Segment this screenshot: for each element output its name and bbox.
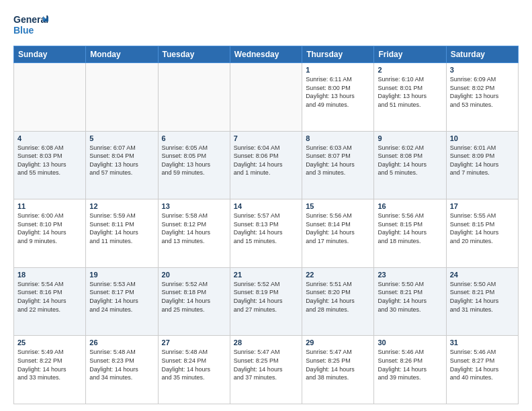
calendar-day-cell: 8Sunrise: 6:03 AMSunset: 8:07 PMDaylight…: [302, 131, 374, 199]
day-number: 8: [306, 134, 370, 142]
header: General Blue: [13, 11, 519, 40]
day-info: Sunrise: 5:56 AMSunset: 8:14 PMDaylight:…: [306, 212, 370, 245]
day-info: Sunrise: 5:57 AMSunset: 8:13 PMDaylight:…: [234, 212, 298, 245]
page: General Blue SundayMondayTuesdayWednesda…: [0, 0, 532, 411]
day-number: 5: [89, 134, 154, 142]
day-number: 23: [378, 271, 442, 279]
day-info: Sunrise: 5:47 AMSunset: 8:25 PMDaylight:…: [306, 348, 370, 381]
calendar-day-cell: 10Sunrise: 6:01 AMSunset: 8:09 PMDayligh…: [446, 131, 518, 199]
calendar-day-cell: 24Sunrise: 5:50 AMSunset: 8:21 PMDayligh…: [446, 267, 518, 336]
calendar-day-cell: [86, 63, 158, 132]
day-info: Sunrise: 5:46 AMSunset: 8:26 PMDaylight:…: [378, 348, 442, 381]
calendar-day-cell: 19Sunrise: 5:53 AMSunset: 8:17 PMDayligh…: [86, 267, 158, 336]
day-number: 2: [378, 66, 442, 74]
calendar-day-cell: 15Sunrise: 5:56 AMSunset: 8:14 PMDayligh…: [302, 199, 374, 268]
calendar-week-row: 18Sunrise: 5:54 AMSunset: 8:16 PMDayligh…: [14, 267, 519, 336]
svg-text:Blue: Blue: [13, 25, 34, 36]
day-info: Sunrise: 5:47 AMSunset: 8:25 PMDaylight:…: [234, 348, 298, 381]
day-number: 28: [234, 338, 298, 347]
day-number: 12: [89, 202, 154, 210]
calendar-day-header: Thursday: [302, 46, 374, 63]
calendar-day-cell: 14Sunrise: 5:57 AMSunset: 8:13 PMDayligh…: [230, 199, 302, 268]
calendar-day-cell: 1Sunrise: 6:11 AMSunset: 8:00 PMDaylight…: [302, 63, 374, 132]
day-info: Sunrise: 6:04 AMSunset: 8:06 PMDaylight:…: [234, 144, 298, 177]
day-info: Sunrise: 6:07 AMSunset: 8:04 PMDaylight:…: [89, 144, 154, 177]
calendar-day-cell: 27Sunrise: 5:48 AMSunset: 8:24 PMDayligh…: [158, 336, 230, 404]
logo: General Blue: [13, 11, 48, 40]
day-number: 6: [162, 134, 226, 142]
calendar-day-header: Monday: [86, 46, 158, 63]
day-number: 16: [378, 202, 442, 210]
day-number: 4: [17, 134, 82, 142]
day-info: Sunrise: 5:53 AMSunset: 8:17 PMDaylight:…: [89, 280, 154, 314]
day-number: 3: [450, 66, 515, 74]
calendar-day-cell: 28Sunrise: 5:47 AMSunset: 8:25 PMDayligh…: [230, 336, 302, 404]
calendar-week-row: 25Sunrise: 5:49 AMSunset: 8:22 PMDayligh…: [14, 336, 519, 404]
calendar-day-cell: 7Sunrise: 6:04 AMSunset: 8:06 PMDaylight…: [230, 131, 302, 199]
day-number: 19: [89, 271, 154, 279]
day-info: Sunrise: 6:10 AMSunset: 8:01 PMDaylight:…: [378, 75, 442, 109]
day-number: 27: [162, 338, 226, 347]
calendar-day-cell: 13Sunrise: 5:58 AMSunset: 8:12 PMDayligh…: [158, 199, 230, 268]
calendar-day-header: Saturday: [446, 46, 518, 63]
day-info: Sunrise: 6:03 AMSunset: 8:07 PMDaylight:…: [306, 144, 370, 177]
calendar-day-cell: [230, 63, 302, 132]
calendar-day-cell: 18Sunrise: 5:54 AMSunset: 8:16 PMDayligh…: [14, 267, 86, 336]
day-info: Sunrise: 5:49 AMSunset: 8:22 PMDaylight:…: [17, 348, 82, 381]
day-number: 24: [450, 271, 515, 279]
day-number: 14: [234, 202, 298, 210]
day-number: 31: [450, 338, 515, 347]
calendar-day-cell: 29Sunrise: 5:47 AMSunset: 8:25 PMDayligh…: [302, 336, 374, 404]
calendar-day-header: Friday: [374, 46, 446, 63]
calendar-day-cell: 31Sunrise: 5:46 AMSunset: 8:27 PMDayligh…: [446, 336, 518, 404]
day-info: Sunrise: 5:52 AMSunset: 8:19 PMDaylight:…: [234, 280, 298, 314]
day-info: Sunrise: 6:08 AMSunset: 8:03 PMDaylight:…: [17, 144, 82, 177]
calendar-header-row: SundayMondayTuesdayWednesdayThursdayFrid…: [14, 46, 519, 63]
day-info: Sunrise: 5:51 AMSunset: 8:20 PMDaylight:…: [306, 280, 370, 314]
day-number: 9: [378, 134, 442, 142]
calendar-day-cell: [158, 63, 230, 132]
day-info: Sunrise: 5:52 AMSunset: 8:18 PMDaylight:…: [162, 280, 226, 314]
day-number: 13: [162, 202, 226, 210]
day-info: Sunrise: 5:48 AMSunset: 8:24 PMDaylight:…: [162, 348, 226, 381]
calendar-day-cell: 26Sunrise: 5:48 AMSunset: 8:23 PMDayligh…: [86, 336, 158, 404]
calendar-day-cell: 5Sunrise: 6:07 AMSunset: 8:04 PMDaylight…: [86, 131, 158, 199]
day-number: 21: [234, 271, 298, 279]
calendar-day-cell: 25Sunrise: 5:49 AMSunset: 8:22 PMDayligh…: [14, 336, 86, 404]
day-number: 18: [17, 271, 82, 279]
calendar-day-cell: 20Sunrise: 5:52 AMSunset: 8:18 PMDayligh…: [158, 267, 230, 336]
day-number: 11: [17, 202, 82, 210]
day-number: 22: [306, 271, 370, 279]
day-info: Sunrise: 5:48 AMSunset: 8:23 PMDaylight:…: [89, 348, 154, 381]
calendar-week-row: 4Sunrise: 6:08 AMSunset: 8:03 PMDaylight…: [14, 131, 519, 199]
day-number: 17: [450, 202, 515, 210]
day-number: 20: [162, 271, 226, 279]
calendar-day-cell: 3Sunrise: 6:09 AMSunset: 8:02 PMDaylight…: [446, 63, 518, 132]
calendar-day-cell: 17Sunrise: 5:55 AMSunset: 8:15 PMDayligh…: [446, 199, 518, 268]
day-info: Sunrise: 6:02 AMSunset: 8:08 PMDaylight:…: [378, 144, 442, 177]
day-info: Sunrise: 5:55 AMSunset: 8:15 PMDaylight:…: [450, 212, 515, 245]
day-info: Sunrise: 5:54 AMSunset: 8:16 PMDaylight:…: [17, 280, 82, 314]
calendar-day-cell: 6Sunrise: 6:05 AMSunset: 8:05 PMDaylight…: [158, 131, 230, 199]
calendar-day-cell: 23Sunrise: 5:50 AMSunset: 8:21 PMDayligh…: [374, 267, 446, 336]
day-info: Sunrise: 6:09 AMSunset: 8:02 PMDaylight:…: [450, 75, 515, 109]
calendar-day-header: Sunday: [14, 46, 86, 63]
calendar-day-cell: 4Sunrise: 6:08 AMSunset: 8:03 PMDaylight…: [14, 131, 86, 199]
day-info: Sunrise: 6:05 AMSunset: 8:05 PMDaylight:…: [162, 144, 226, 177]
day-info: Sunrise: 6:11 AMSunset: 8:00 PMDaylight:…: [306, 75, 370, 109]
day-info: Sunrise: 5:46 AMSunset: 8:27 PMDaylight:…: [450, 348, 515, 381]
calendar-day-cell: 22Sunrise: 5:51 AMSunset: 8:20 PMDayligh…: [302, 267, 374, 336]
calendar-day-cell: 12Sunrise: 5:59 AMSunset: 8:11 PMDayligh…: [86, 199, 158, 268]
day-info: Sunrise: 6:01 AMSunset: 8:09 PMDaylight:…: [450, 144, 515, 177]
calendar-day-header: Wednesday: [230, 46, 302, 63]
calendar-day-cell: 11Sunrise: 6:00 AMSunset: 8:10 PMDayligh…: [14, 199, 86, 268]
day-number: 1: [306, 66, 370, 74]
calendar-day-cell: 9Sunrise: 6:02 AMSunset: 8:08 PMDaylight…: [374, 131, 446, 199]
day-info: Sunrise: 5:50 AMSunset: 8:21 PMDaylight:…: [378, 280, 442, 314]
day-number: 7: [234, 134, 298, 142]
calendar-day-cell: 21Sunrise: 5:52 AMSunset: 8:19 PMDayligh…: [230, 267, 302, 336]
day-info: Sunrise: 5:58 AMSunset: 8:12 PMDaylight:…: [162, 212, 226, 245]
calendar-day-cell: 2Sunrise: 6:10 AMSunset: 8:01 PMDaylight…: [374, 63, 446, 132]
logo-icon: General Blue: [13, 11, 48, 38]
day-number: 25: [17, 338, 82, 347]
